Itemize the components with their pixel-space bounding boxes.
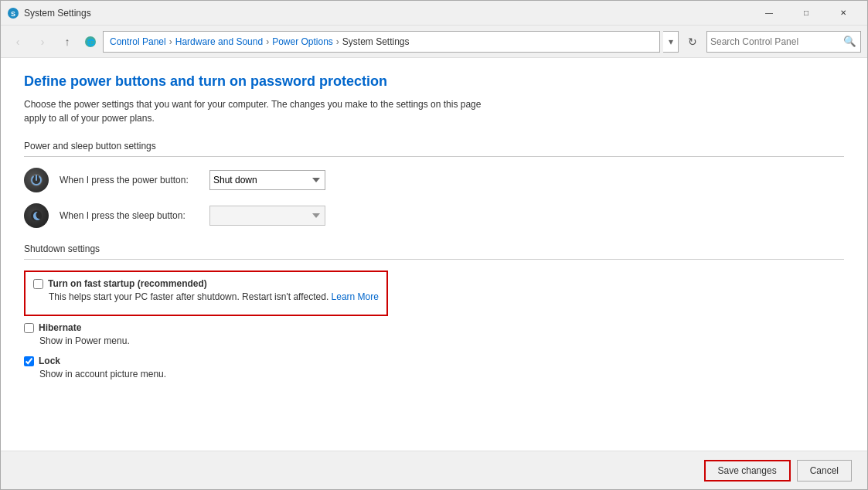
hibernate-row: Hibernate [24,322,844,333]
svg-text:🌐: 🌐 [87,38,96,47]
lock-checkbox[interactable] [24,356,34,366]
maximize-button[interactable]: □ [788,1,824,26]
address-bar: ‹ › ↑ 🌐 Control Panel › Hardware and Sou… [1,26,867,58]
hibernate-checkbox[interactable] [24,323,34,333]
search-box: 🔍 [706,31,861,53]
cancel-button[interactable]: Cancel [797,460,852,481]
minimize-button[interactable]: — [751,1,787,26]
window-controls: — □ ✕ [751,1,861,26]
page-heading: Define power buttons and turn on passwor… [24,73,844,90]
app-icon: S [7,7,19,19]
forward-button[interactable]: › [32,31,53,53]
search-button[interactable]: 🔍 [842,32,857,52]
sleep-button-row: When I press the sleep button: Sleep Hib… [24,203,844,228]
window-title: System Settings [24,8,751,19]
fast-startup-checkbox[interactable] [33,279,43,289]
lock-row: Lock [24,356,844,366]
learn-more-link[interactable]: Learn More [332,291,379,302]
address-dropdown-button[interactable]: ▾ [663,31,679,53]
back-button[interactable]: ‹ [7,31,29,53]
bottom-bar: Save changes Cancel [1,451,867,489]
page-description: Choose the power settings that you want … [24,97,488,125]
main-content: Define power buttons and turn on passwor… [1,58,867,451]
sleep-button-label: When I press the sleep button: [60,210,199,221]
refresh-button[interactable]: ↻ [682,31,703,53]
fast-startup-box: Turn on fast startup (recommended) This … [24,271,388,316]
lock-group: Lock Show in account picture menu. [24,356,844,381]
save-changes-button[interactable]: Save changes [704,460,791,481]
power-button-dropdown[interactable]: Shut down Sleep Hibernate Turn off the d… [209,170,325,190]
breadcrumb-control-panel[interactable]: Control Panel [110,36,166,47]
system-settings-window: S System Settings — □ ✕ ‹ › ↑ 🌐 Control … [0,0,868,490]
breadcrumb-bar: Control Panel › Hardware and Sound › Pow… [103,31,660,53]
svg-text:S: S [11,10,15,18]
close-button[interactable]: ✕ [825,1,861,26]
power-sleep-section: Power and sleep button settings When I p… [24,141,844,228]
sleep-button-dropdown[interactable]: Sleep Hibernate Turn off the display Do … [209,206,325,226]
shutdown-section-header: Shutdown settings [24,243,844,260]
search-input[interactable] [710,36,842,47]
power-button-row: When I press the power button: Shut down… [24,168,844,192]
title-bar: S System Settings — □ ✕ [1,1,867,26]
power-icon [24,168,49,192]
location-icon: 🌐 [84,36,97,48]
lock-label[interactable]: Lock [39,356,60,366]
fast-startup-sublabel: This helps start your PC faster after sh… [49,291,379,304]
hibernate-sublabel: Show in Power menu. [39,335,844,348]
hibernate-group: Hibernate Show in Power menu. [24,322,844,348]
hibernate-label[interactable]: Hibernate [39,322,81,333]
power-section-header: Power and sleep button settings [24,141,844,157]
fast-startup-label[interactable]: Turn on fast startup (recommended) [48,278,207,289]
lock-sublabel: Show in account picture menu. [39,368,844,381]
shutdown-section: Shutdown settings Turn on fast startup (… [24,243,844,380]
breadcrumb-hardware-sound[interactable]: Hardware and Sound [175,36,263,47]
breadcrumb-power-options[interactable]: Power Options [272,36,333,47]
power-button-label: When I press the power button: [60,175,199,185]
content-area: Define power buttons and turn on passwor… [1,58,867,451]
sleep-icon [24,203,49,228]
breadcrumb-current: System Settings [342,36,410,47]
fast-startup-row: Turn on fast startup (recommended) [33,278,379,289]
up-button[interactable]: ↑ [56,31,78,53]
